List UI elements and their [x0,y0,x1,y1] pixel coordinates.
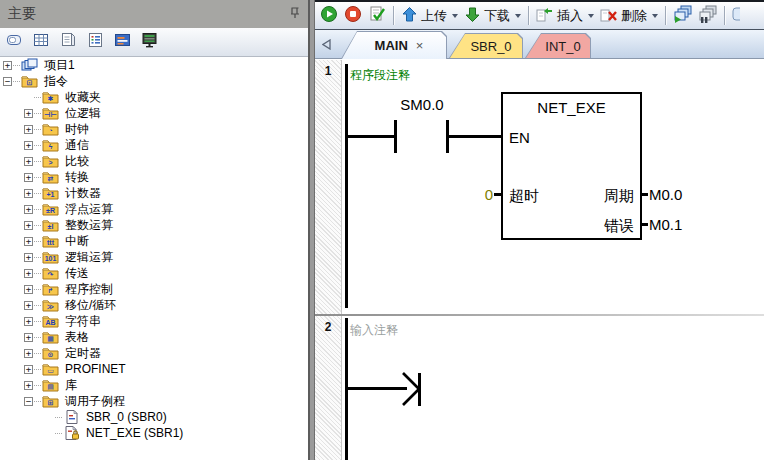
dropdown-caret-icon[interactable] [652,14,658,18]
expand-plus-icon[interactable]: + [24,317,33,326]
contact-operand[interactable]: SM0.0 [379,96,465,113]
output1-operand[interactable]: M0.0 [649,186,682,203]
pause-status-button[interactable] [695,4,720,27]
page-icon [63,410,80,424]
expand-plus-icon[interactable]: + [24,365,33,374]
tab-scroll-left-button[interactable] [319,37,333,51]
tree-item[interactable]: +▤库 [0,377,308,393]
collapse-minus-icon[interactable]: − [24,397,33,406]
panel-splitter[interactable] [308,0,315,460]
tree-item[interactable]: −⊞调用子例程 [0,393,308,409]
list-view-icon [87,32,104,52]
output2-operand[interactable]: M0.1 [649,216,682,233]
run-button[interactable] [317,4,341,27]
tree-item-label: 表格 [63,329,91,346]
tree-item-label: 项目1 [42,57,77,74]
tree-item[interactable]: +▭PROFINET [0,361,308,377]
tab-sbr_0[interactable]: SBR_0 [449,33,523,58]
tree-connector [34,304,41,306]
tab-close-icon[interactable]: × [416,39,424,52]
upload-button[interactable]: 上传 [398,5,461,27]
tree-item[interactable]: SBR_0 (SBR0) [0,409,308,425]
dropdown-caret-icon[interactable] [515,14,521,18]
expand-plus-icon[interactable]: + [24,109,33,118]
tree-item[interactable]: +ϟ通信 [0,137,308,153]
download-button[interactable]: 下载 [461,5,524,27]
tree-item[interactable]: +≫移位/循环 [0,297,308,313]
tree-item[interactable]: +⇄转换 [0,169,308,185]
open-branch-arrow-icon[interactable] [399,370,425,410]
wire [449,135,501,138]
tree-item[interactable]: ✱收藏夹 [0,89,308,105]
folder-icon: ttt [42,234,59,248]
expand-plus-icon[interactable]: + [24,269,33,278]
program-status-button[interactable] [670,4,695,27]
expand-plus-icon[interactable]: + [24,237,33,246]
expand-plus-icon[interactable]: + [24,285,33,294]
expand-plus-icon[interactable]: + [24,189,33,198]
network-1-number[interactable]: 1 [315,64,341,78]
network-2-comment[interactable]: 输入注释 [350,322,398,339]
pin-icon[interactable] [290,6,300,22]
dropdown-caret-icon[interactable] [588,14,594,18]
tree-item-label: 指令 [42,73,70,90]
tree-item[interactable]: +↱程序控制 [0,281,308,297]
document-view-button[interactable] [59,33,77,51]
insert-button[interactable]: 插入 [533,5,597,27]
tree-item[interactable]: ++1计数器 [0,185,308,201]
monitor-view-button[interactable] [140,33,158,51]
tree-item[interactable]: +>比较 [0,153,308,169]
tree-item[interactable]: +AB字符串 [0,313,308,329]
function-block-title: NET_EXE [503,99,640,116]
tree-item[interactable]: NET_EXE (SBR1) [0,425,308,441]
ladder-editor[interactable]: 1 程序段注释 SM0.0 NET_EXE EN 超时 周期 错误 0 M0.0… [315,60,764,460]
expand-plus-icon[interactable]: + [24,349,33,358]
tree-item[interactable]: +±I整数运算 [0,217,308,233]
panel-title: 主要 [8,5,36,23]
expand-plus-icon[interactable]: + [24,253,33,262]
expand-plus-icon[interactable]: + [3,61,12,70]
grid-view-button[interactable] [32,33,50,51]
tree-item[interactable]: +⊣⊢位逻辑 [0,105,308,121]
expand-plus-icon[interactable]: + [24,333,33,342]
expand-plus-icon[interactable]: + [24,301,33,310]
partial-icon [732,5,740,26]
wire [345,135,395,138]
collapse-minus-icon[interactable]: − [3,77,12,86]
tree-item[interactable]: +↷传送 [0,265,308,281]
block-view-button[interactable] [113,33,131,51]
tree-item[interactable]: +±R浮点运算 [0,201,308,217]
network-gutter [315,60,342,460]
tree-item[interactable]: +◔时钟 [0,121,308,137]
frame-view-button[interactable] [5,33,23,51]
folder-icon: ↷ [42,266,59,280]
tree-item[interactable]: +ttt中断 [0,233,308,249]
list-view-button[interactable] [86,33,104,51]
network-1-comment[interactable]: 程序段注释 [350,67,410,84]
tree-item[interactable]: −⊡指令 [0,73,308,89]
tab-int_0[interactable]: INT_0 [525,33,591,58]
compile-button[interactable] [365,4,389,27]
clipped-button[interactable] [729,4,743,27]
expand-plus-icon[interactable]: + [24,173,33,182]
network-2-number[interactable]: 2 [315,320,341,334]
stop-button[interactable] [341,4,365,27]
block-input-label: 超时 [509,187,539,206]
tree-item[interactable]: +⊙定时器 [0,345,308,361]
expand-plus-icon[interactable]: + [24,221,33,230]
tree-connector [34,192,41,194]
tree-item[interactable]: +▦表格 [0,329,308,345]
tab-main[interactable]: MAIN× [341,31,447,59]
expand-plus-icon[interactable]: + [24,125,33,134]
delete-button[interactable]: 删除 [597,5,661,27]
folder-icon: ⊣⊢ [42,106,59,120]
dropdown-caret-icon[interactable] [452,14,458,18]
function-block[interactable]: NET_EXE EN 超时 周期 错误 [501,92,642,240]
tree-item[interactable]: +101逻辑运算 [0,249,308,265]
tree-item[interactable]: +项目1 [0,57,308,73]
expand-plus-icon[interactable]: + [24,381,33,390]
expand-plus-icon[interactable]: + [24,141,33,150]
expand-plus-icon[interactable]: + [24,157,33,166]
block-input-value[interactable]: 0 [473,186,493,203]
expand-plus-icon[interactable]: + [24,205,33,214]
